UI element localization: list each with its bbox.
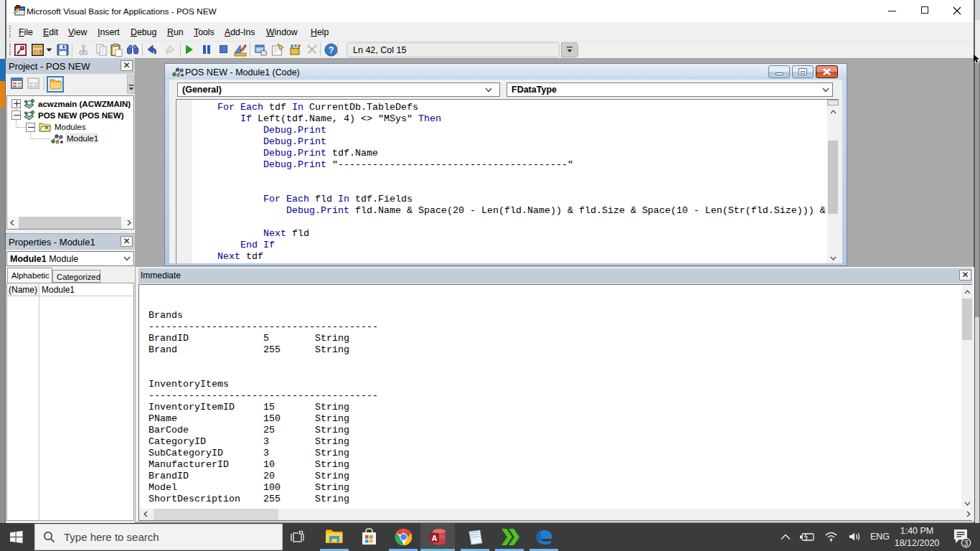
svg-text:A: A — [432, 534, 438, 542]
svg-text:3: 3 — [964, 539, 969, 547]
svg-text:?: ? — [329, 45, 334, 55]
